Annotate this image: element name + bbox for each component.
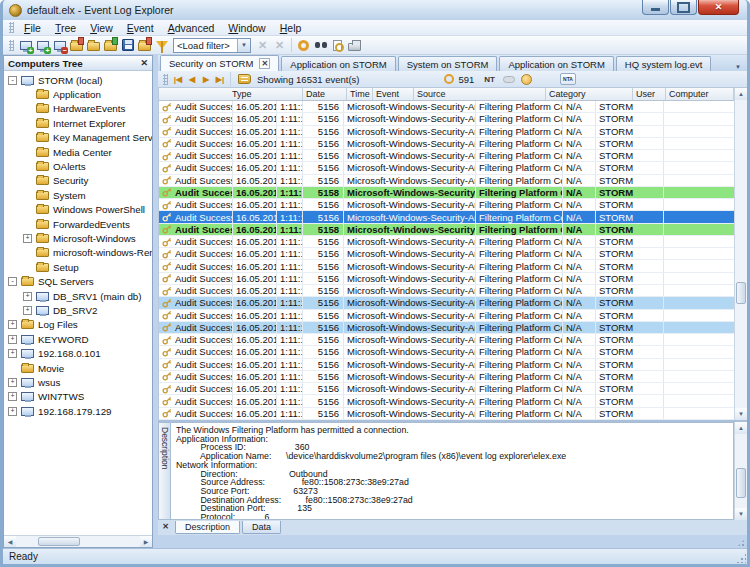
tree-item[interactable]: Internet Explorer [4, 116, 152, 130]
tree-expander-icon[interactable]: + [23, 234, 32, 243]
scroll-down-icon[interactable]: ▼ [735, 508, 747, 520]
table-row[interactable]: Audit Success 16.05.2012 1:11:13 5158 Mi… [159, 224, 734, 236]
table-row[interactable]: Audit Success 16.05.2012 1:11:11 5156 Mi… [159, 359, 734, 371]
column-header[interactable]: Event [373, 88, 414, 100]
menu-event[interactable]: Event [120, 21, 161, 35]
close-button[interactable] [698, 0, 739, 15]
clear-log-button[interactable] [136, 37, 153, 54]
tree-item[interactable]: + KEYWORD [4, 332, 152, 346]
table-row[interactable]: Audit Success 16.05.2012 1:11:13 5156 Mi… [159, 113, 734, 125]
table-row[interactable]: Audit Success 16.05.2012 1:11:13 5156 Mi… [159, 162, 734, 174]
combo-dropdown-icon[interactable] [237, 39, 250, 52]
connect-computer-button[interactable]: + [17, 37, 34, 54]
tree-expander-icon[interactable]: + [23, 306, 32, 315]
tree-item[interactable]: Key Management Service [4, 131, 152, 145]
nta-badge[interactable]: NTA [560, 73, 576, 85]
table-row[interactable]: Audit Success 16.05.2012 1:11:13 5156 Mi… [159, 211, 734, 223]
menu-help[interactable]: Help [273, 21, 309, 35]
tree-expander-icon[interactable]: + [8, 392, 17, 401]
print-button[interactable] [346, 37, 363, 54]
table-row[interactable]: Audit Success 16.05.2012 1:11:13 5156 Mi… [159, 199, 734, 211]
cloud-icon[interactable] [503, 76, 515, 83]
scroll-left-icon[interactable]: ◀ [4, 536, 16, 547]
column-header[interactable]: Date [303, 88, 347, 100]
table-row[interactable]: Audit Success 16.05.2012 1:11:12 5156 Mi… [159, 285, 734, 297]
table-row[interactable]: Audit Success 16.05.2012 1:11:12 5156 Mi… [159, 273, 734, 285]
resize-grip-icon[interactable] [737, 539, 745, 547]
tree-expander-icon[interactable]: + [8, 378, 17, 387]
tree-expander-icon[interactable]: + [8, 335, 17, 344]
tree-item[interactable]: - STORM (local) [4, 73, 152, 87]
goto-event-button[interactable] [295, 37, 312, 54]
tree-close-icon[interactable]: ✕ [140, 58, 148, 68]
table-row[interactable]: Audit Success 16.05.2012 1:11:13 5158 Mi… [159, 187, 734, 199]
save-log-button[interactable] [119, 37, 136, 54]
tree-item[interactable]: Movie [4, 361, 152, 375]
tab-list-dropdown-icon[interactable] [732, 58, 744, 70]
table-row[interactable]: Audit Success 16.05.2012 1:11:11 5156 Mi… [159, 346, 734, 358]
table-row[interactable]: Audit Success 16.05.2012 1:11:13 5156 Mi… [159, 150, 734, 162]
menu-window[interactable]: Window [221, 21, 272, 35]
tree-item[interactable]: - SQL Servers [4, 274, 152, 288]
scroll-right-icon[interactable]: ▶ [140, 536, 152, 547]
tree-expander-icon[interactable]: - [8, 277, 17, 286]
tree-item[interactable]: + WIN7TWS [4, 390, 152, 404]
menu-view[interactable]: View [83, 21, 120, 35]
tab-description[interactable]: Description [175, 521, 240, 534]
table-row[interactable]: Audit Success 16.05.2012 1:11:11 5156 Mi… [159, 371, 734, 383]
table-row[interactable]: Audit Success 16.05.2012 1:11:13 5156 Mi… [159, 175, 734, 187]
clock-icon[interactable] [521, 74, 532, 85]
scroll-track[interactable] [16, 536, 140, 547]
column-header[interactable]: Source [414, 88, 546, 100]
menu-file[interactable]: File [17, 21, 48, 35]
tree-item[interactable]: ForwardedEvents [4, 217, 152, 231]
table-row[interactable]: Audit Success 16.05.2012 1:11:12 5156 Mi… [159, 310, 734, 322]
tree-item[interactable]: HardwareEvents [4, 102, 152, 116]
table-row[interactable]: Audit Success 16.05.2012 1:11:12 5156 Mi… [159, 236, 734, 248]
column-header[interactable]: Time [347, 88, 373, 100]
tab-close-icon[interactable]: ✕ [259, 58, 270, 69]
table-row[interactable]: Audit Success 16.05.2012 1:11:11 5156 Mi… [159, 395, 734, 407]
window-resize-grip[interactable] [736, 553, 746, 563]
table-row[interactable]: Audit Success 16.05.2012 1:11:12 5156 Mi… [159, 297, 734, 309]
tree-expander-icon[interactable]: + [8, 407, 17, 416]
menu-advanced[interactable]: Advanced [161, 21, 222, 35]
scroll-thumb[interactable] [736, 282, 746, 304]
description-close-icon[interactable]: ✕ [160, 522, 171, 533]
refresh-log-button[interactable] [102, 37, 119, 54]
title-bar[interactable]: default.elx - Event Log Explorer [3, 0, 747, 20]
goto-next-button[interactable]: ▶ [199, 72, 213, 86]
tree-item[interactable]: Application [4, 87, 152, 101]
load-filter-combobox[interactable]: <Load filter> [173, 38, 251, 53]
tree-horizontal-scrollbar[interactable]: ◀ ▶ [4, 535, 152, 547]
goto-prev-button[interactable]: ◀ [185, 72, 199, 86]
open-folder-button[interactable] [85, 37, 102, 54]
table-row[interactable]: Audit Success 16.05.2012 1:11:11 5156 Mi… [159, 383, 734, 395]
column-header[interactable]: User [633, 88, 666, 100]
menu-tree[interactable]: Tree [48, 21, 83, 35]
log-tab[interactable]: Application on STORM ✕ [281, 56, 395, 71]
tree-item[interactable]: microsoft-windows-RemoteDesktop [4, 246, 152, 260]
description-side-tab[interactable]: Description [158, 422, 171, 520]
tree-item[interactable]: + wsus [4, 375, 152, 389]
tree-item[interactable]: + Microsoft-Windows [4, 231, 152, 245]
table-row[interactable]: Audit Success 16.05.2012 1:11:12 5156 Mi… [159, 260, 734, 272]
tree-item[interactable]: Setup [4, 260, 152, 274]
table-row[interactable]: Audit Success 16.05.2012 1:11:13 5156 Mi… [159, 126, 734, 138]
minimize-button[interactable] [642, 0, 669, 15]
tree-expander-icon[interactable]: + [8, 349, 17, 358]
view-properties-button[interactable] [329, 37, 346, 54]
tree-item[interactable]: + DB_SRV2 [4, 303, 152, 317]
log-tab[interactable]: System on STORM ✕ [398, 56, 498, 71]
table-row[interactable]: Audit Success 16.05.2012 1:11:11 5156 Mi… [159, 334, 734, 346]
tree-item[interactable]: Security [4, 174, 152, 188]
tree-item[interactable]: Media Center [4, 145, 152, 159]
add-computer-button[interactable]: + [34, 37, 51, 54]
remove-computer-button[interactable]: − [51, 37, 68, 54]
tree-item[interactable]: System [4, 188, 152, 202]
disable-filter-button[interactable]: ✕ [271, 37, 288, 54]
table-vertical-scrollbar[interactable]: ▲ ▼ [734, 88, 747, 420]
maximize-button[interactable] [670, 0, 697, 15]
tree-item[interactable]: + 192.168.179.129 [4, 404, 152, 418]
table-row[interactable]: Audit Success 16.05.2012 1:11:11 5156 Mi… [159, 322, 734, 334]
